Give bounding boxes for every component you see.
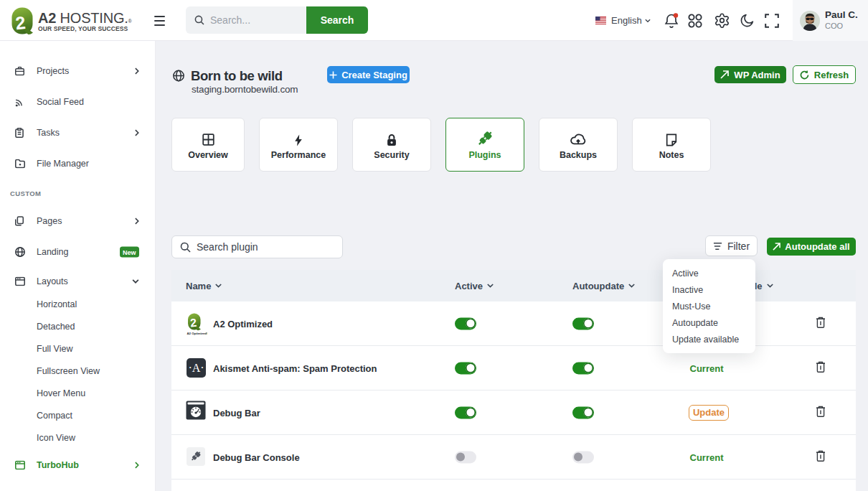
svg-text:2: 2 [189, 317, 197, 329]
svg-text:A2 OptimizedWP: A2 OptimizedWP [187, 332, 208, 335]
svg-text:2: 2 [14, 12, 27, 33]
